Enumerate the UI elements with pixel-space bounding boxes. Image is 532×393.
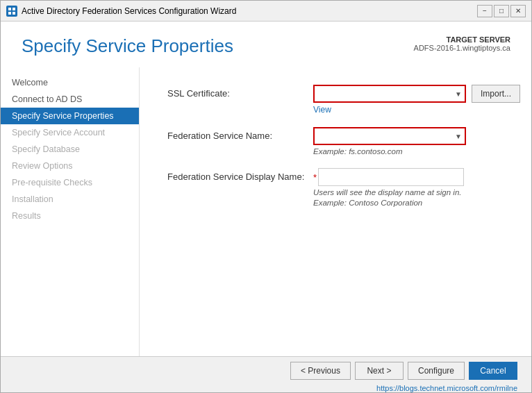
next-button[interactable]: Next > [355,362,404,380]
federation-display-name-label: Federation Service Display Name: [167,168,313,182]
sidebar-item-installation: Installation [1,191,139,208]
federation-service-name-label: Federation Service Name: [167,127,313,141]
sidebar-item-specify-service-account: Specify Service Account [1,124,139,141]
footer-buttons-row: < Previous Next > Configure Cancel [15,362,517,380]
federation-service-name-select-container: ▼ [313,127,466,145]
ssl-certificate-row: SSL Certificate: ▼ Import... View [167,85,504,115]
ssl-certificate-select-wrap: ▼ Import... [313,85,520,103]
svg-rect-3 [13,12,15,15]
svg-rect-2 [8,12,11,15]
federation-service-name-select[interactable] [313,127,466,145]
federation-service-name-row: Federation Service Name: ▼ Example: fs.c… [167,127,504,156]
sidebar-item-connect-to-ad-ds[interactable]: Connect to AD DS [1,91,139,108]
federation-display-name-hint2: Example: Contoso Corporation [313,199,504,207]
ssl-certificate-controls: ▼ Import... View [313,85,520,115]
sidebar-item-specify-service-properties[interactable]: Specify Service Properties [1,108,139,124]
minimize-button[interactable]: − [477,5,492,17]
federation-display-name-hint1: Users will see the display name at sign … [313,188,504,196]
window-title: Active Directory Federation Services Con… [22,6,473,16]
footer: < Previous Next > Configure Cancel https… [1,356,531,392]
configure-button[interactable]: Configure [408,362,465,380]
sidebar-item-specify-database: Specify Database [1,141,139,158]
ssl-certificate-select-container: ▼ [313,85,466,103]
ssl-certificate-label: SSL Certificate: [167,85,313,99]
sidebar: Welcome Connect to AD DS Specify Service… [1,67,140,356]
federation-service-name-controls: ▼ Example: fs.contoso.com [313,127,504,156]
previous-button[interactable]: < Previous [290,362,351,380]
footer-url-row: https://blogs.technet.microsoft.com/rmil… [15,384,517,392]
ssl-certificate-select[interactable] [313,85,466,103]
sidebar-item-welcome[interactable]: Welcome [1,74,139,91]
target-server-value: ADFS-2016-1.wingtiptoys.ca [414,44,510,52]
sidebar-item-review-options: Review Options [1,158,139,174]
sidebar-item-pre-requisite-checks: Pre-requisite Checks [1,174,139,191]
view-link[interactable]: View [313,105,331,115]
svg-rect-1 [13,8,15,10]
federation-display-name-row: Federation Service Display Name: * Users… [167,168,504,207]
footer-url: https://blogs.technet.microsoft.com/rmil… [376,384,517,392]
form-area: SSL Certificate: ▼ Import... View [140,67,531,356]
import-button[interactable]: Import... [472,85,520,103]
svg-rect-0 [8,8,11,10]
app-icon [6,6,17,17]
target-server-label: TARGET SERVER [414,35,510,44]
federation-display-name-input-wrap: * [313,168,504,186]
header: Specify Service Properties TARGET SERVER… [1,22,531,67]
cancel-button[interactable]: Cancel [469,362,517,380]
close-button[interactable]: ✕ [510,5,526,17]
window-controls: − □ ✕ [477,5,526,17]
restore-button[interactable]: □ [494,5,509,17]
required-star-icon: * [313,172,317,183]
federation-display-name-controls: * Users will see the display name at sig… [313,168,504,207]
page-title: Specify Service Properties [22,35,233,57]
title-bar: Active Directory Federation Services Con… [1,1,531,22]
main-window: Active Directory Federation Services Con… [0,0,532,393]
main-layout: Welcome Connect to AD DS Specify Service… [1,67,531,356]
content-area: Specify Service Properties TARGET SERVER… [1,22,531,356]
sidebar-item-results: Results [1,208,139,224]
target-server-info: TARGET SERVER ADFS-2016-1.wingtiptoys.ca [414,35,510,52]
federation-service-name-hint: Example: fs.contoso.com [313,147,504,156]
federation-display-name-input[interactable] [318,168,464,186]
